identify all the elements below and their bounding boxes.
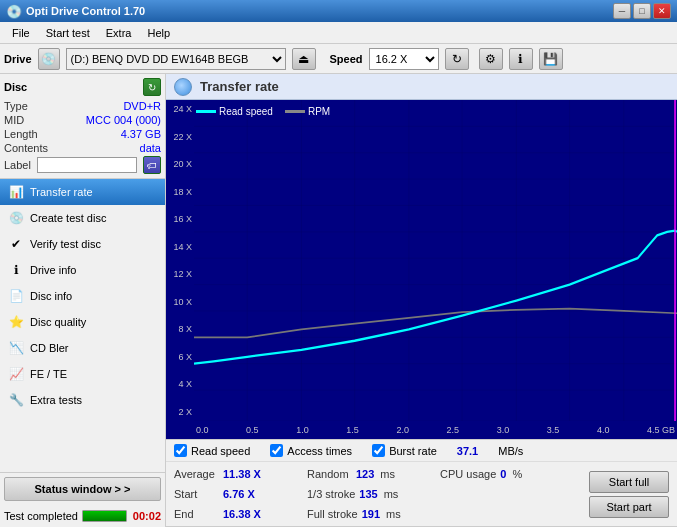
- nav-disc-info[interactable]: 📄 Disc info: [0, 283, 165, 309]
- info-button[interactable]: ℹ: [509, 48, 533, 70]
- stat-cpu: CPU usage 0 %: [440, 465, 573, 483]
- speed-label: Speed: [330, 53, 363, 65]
- nav-cd-bler-label: CD Bler: [30, 342, 69, 354]
- chart-header: Transfer rate: [166, 74, 677, 100]
- nav-cd-bler[interactable]: 📉 CD Bler: [0, 335, 165, 361]
- chart-legend: Read speed RPM: [196, 106, 330, 117]
- disc-mid-value: MCC 004 (000): [86, 114, 161, 126]
- nav-disc-quality[interactable]: ⭐ Disc quality: [0, 309, 165, 335]
- disc-type-label: Type: [4, 100, 28, 112]
- disc-panel: Disc ↻ Type DVD+R MID MCC 004 (000) Leng…: [0, 74, 165, 179]
- status-window-button[interactable]: Status window > >: [4, 477, 161, 501]
- chart-svg: [194, 100, 677, 421]
- sidebar-bottom: Status window > > Test completed 00:02: [0, 472, 165, 527]
- fe-te-icon: 📈: [8, 366, 24, 382]
- nav-extra-tests[interactable]: 🔧 Extra tests: [0, 387, 165, 413]
- legend-rpm: RPM: [285, 106, 330, 117]
- nav-drive-info[interactable]: ℹ Drive info: [0, 257, 165, 283]
- legend-read-speed: Read speed: [196, 106, 273, 117]
- test-completed-row: Test completed 00:02: [0, 505, 165, 527]
- app-icon: 💿: [6, 4, 22, 19]
- nav-extra-tests-label: Extra tests: [30, 394, 82, 406]
- y-axis: 24 X 22 X 20 X 18 X 16 X 14 X 12 X 10 X …: [166, 100, 194, 421]
- disc-mid-label: MID: [4, 114, 24, 126]
- start-full-button[interactable]: Start full: [589, 471, 669, 493]
- stat-stroke13: 1/3 stroke 135 ms: [307, 485, 440, 503]
- nav-create-test-disc[interactable]: 💿 Create test disc: [0, 205, 165, 231]
- stat-end: End 16.38 X: [174, 505, 307, 523]
- chart-icon: [174, 78, 192, 96]
- refresh-speed-button[interactable]: ↻: [445, 48, 469, 70]
- nav-create-test-disc-label: Create test disc: [30, 212, 106, 224]
- transfer-rate-icon: 📊: [8, 184, 24, 200]
- disc-title: Disc: [4, 81, 27, 93]
- nav-transfer-rate-label: Transfer rate: [30, 186, 93, 198]
- checkbox-access-times[interactable]: Access times: [270, 444, 352, 457]
- x-axis: 0.0 0.5 1.0 1.5 2.0 2.5 3.0 3.5 4.0 4.5 …: [194, 421, 677, 439]
- burst-unit: MB/s: [498, 445, 523, 457]
- stats-right: Start full Start part: [581, 462, 677, 526]
- time-display: 00:02: [131, 510, 161, 522]
- burst-value: 37.1: [457, 445, 478, 457]
- disc-type-value: DVD+R: [123, 100, 161, 112]
- nav-verify-test-disc[interactable]: ✔ Verify test disc: [0, 231, 165, 257]
- checkbox-access-times-input[interactable]: [270, 444, 283, 457]
- test-completed-label: Test completed: [4, 510, 78, 522]
- eject-button[interactable]: ⏏: [292, 48, 316, 70]
- progress-bar-fill: [83, 511, 126, 521]
- stat-empty-1: [440, 485, 573, 503]
- app-title: Opti Drive Control 1.70: [26, 5, 613, 17]
- legend-read-speed-color: [196, 110, 216, 113]
- nav-transfer-rate[interactable]: 📊 Transfer rate: [0, 179, 165, 205]
- checkbox-burst-rate[interactable]: Burst rate: [372, 444, 437, 457]
- menubar: File Start test Extra Help: [0, 22, 677, 44]
- window-controls: ─ □ ✕: [613, 3, 671, 19]
- menu-extra[interactable]: Extra: [98, 25, 140, 41]
- disc-label-icon: 🏷: [143, 156, 161, 174]
- titlebar: 💿 Opti Drive Control 1.70 ─ □ ✕: [0, 0, 677, 22]
- drivebar: Drive 💿 (D:) BENQ DVD DD EW164B BEGB ⏏ S…: [0, 44, 677, 74]
- create-test-disc-icon: 💿: [8, 210, 24, 226]
- disc-length-label: Length: [4, 128, 38, 140]
- menu-start-test[interactable]: Start test: [38, 25, 98, 41]
- save-button[interactable]: 💾: [539, 48, 563, 70]
- chart-container: 24 X 22 X 20 X 18 X 16 X 14 X 12 X 10 X …: [166, 100, 677, 439]
- checkbox-read-speed[interactable]: Read speed: [174, 444, 250, 457]
- chart-bottom: Read speed Access times Burst rate 37.1 …: [166, 439, 677, 527]
- menu-help[interactable]: Help: [139, 25, 178, 41]
- drive-label: Drive: [4, 53, 32, 65]
- checkbox-read-speed-input[interactable]: [174, 444, 187, 457]
- close-button[interactable]: ✕: [653, 3, 671, 19]
- drive-select[interactable]: (D:) BENQ DVD DD EW164B BEGB: [66, 48, 286, 70]
- verify-test-disc-icon: ✔: [8, 236, 24, 252]
- cd-bler-icon: 📉: [8, 340, 24, 356]
- extra-tests-icon: 🔧: [8, 392, 24, 408]
- minimize-button[interactable]: ─: [613, 3, 631, 19]
- settings-button[interactable]: ⚙: [479, 48, 503, 70]
- disc-contents-value: data: [140, 142, 161, 154]
- drive-icon: 💿: [38, 48, 60, 70]
- nav-disc-quality-label: Disc quality: [30, 316, 86, 328]
- checkbox-burst-rate-input[interactable]: [372, 444, 385, 457]
- disc-label-input[interactable]: [37, 157, 137, 173]
- progress-bar: [82, 510, 127, 522]
- disc-length-value: 4.37 GB: [121, 128, 161, 140]
- maximize-button[interactable]: □: [633, 3, 651, 19]
- disc-refresh-button[interactable]: ↻: [143, 78, 161, 96]
- stat-average: Average 11.38 X: [174, 465, 307, 483]
- chart-title: Transfer rate: [200, 79, 279, 94]
- disc-label-label: Label: [4, 159, 31, 171]
- legend-rpm-label: RPM: [308, 106, 330, 117]
- nav-disc-info-label: Disc info: [30, 290, 72, 302]
- menu-file[interactable]: File: [4, 25, 38, 41]
- stat-random: Random 123 ms: [307, 465, 440, 483]
- stat-start: Start 6.76 X: [174, 485, 307, 503]
- disc-contents-label: Contents: [4, 142, 48, 154]
- stats-left: Average 11.38 X Random 123 ms CPU usage …: [166, 462, 581, 526]
- start-part-button[interactable]: Start part: [589, 496, 669, 518]
- nav-fe-te[interactable]: 📈 FE / TE: [0, 361, 165, 387]
- disc-info-icon: 📄: [8, 288, 24, 304]
- speed-select[interactable]: 16.2 X: [369, 48, 439, 70]
- legend-read-speed-label: Read speed: [219, 106, 273, 117]
- nav-verify-test-disc-label: Verify test disc: [30, 238, 101, 250]
